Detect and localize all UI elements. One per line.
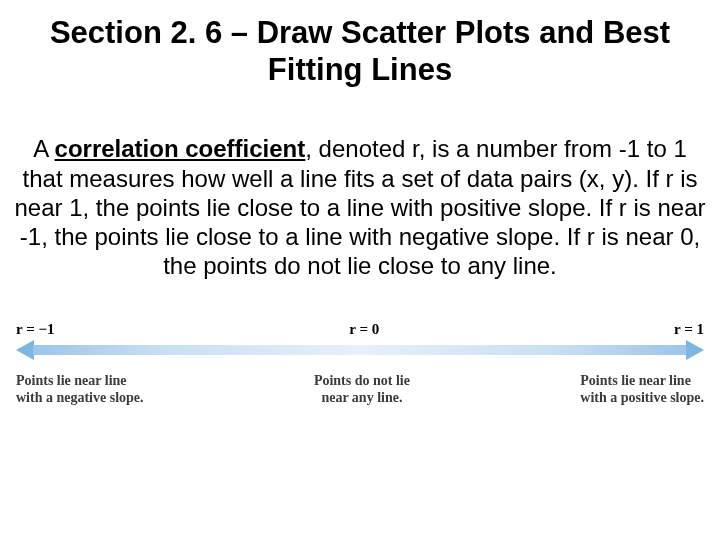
caption-line: with a positive slope. xyxy=(580,390,704,405)
arrow-right-icon xyxy=(686,340,704,360)
caption-line: Points do not lie xyxy=(314,373,410,388)
caption-line: Points lie near line xyxy=(16,373,127,388)
caption-positive-slope: Points lie near line with a positive slo… xyxy=(580,372,704,407)
definition-paragraph: A correlation coefficient, denoted r, is… xyxy=(10,134,710,280)
correlation-diagram: r = −1 r = 0 r = 1 Points lie near line … xyxy=(10,321,710,407)
label-r-neg1: r = −1 xyxy=(16,321,54,338)
caption-negative-slope: Points lie near line with a negative slo… xyxy=(16,372,144,407)
page-title: Section 2. 6 – Draw Scatter Plots and Be… xyxy=(10,14,710,88)
gradient-arrow xyxy=(10,340,710,360)
gradient-bar xyxy=(33,345,687,355)
label-r-0: r = 0 xyxy=(349,321,379,338)
caption-line: Points lie near line xyxy=(580,373,691,388)
caption-line: near any line. xyxy=(321,390,402,405)
lead-text: A xyxy=(33,135,54,162)
caption-line: with a negative slope. xyxy=(16,390,144,405)
term-correlation-coefficient: correlation coefficient xyxy=(55,135,306,162)
arrow-left-icon xyxy=(16,340,34,360)
label-r-pos1: r = 1 xyxy=(674,321,704,338)
caption-no-line: Points do not lie near any line. xyxy=(314,372,410,407)
